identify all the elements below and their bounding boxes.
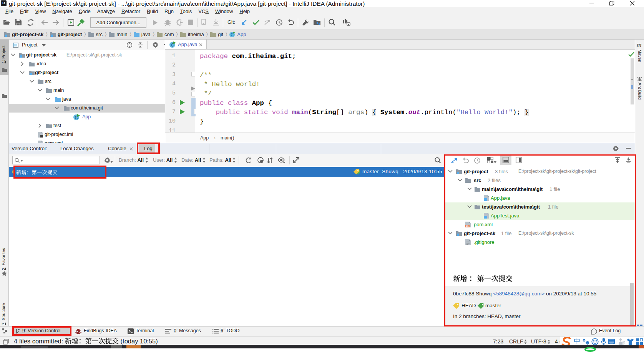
svg-text:14: 14 — [622, 342, 625, 344]
svg-text:<>: <> — [466, 225, 469, 227]
